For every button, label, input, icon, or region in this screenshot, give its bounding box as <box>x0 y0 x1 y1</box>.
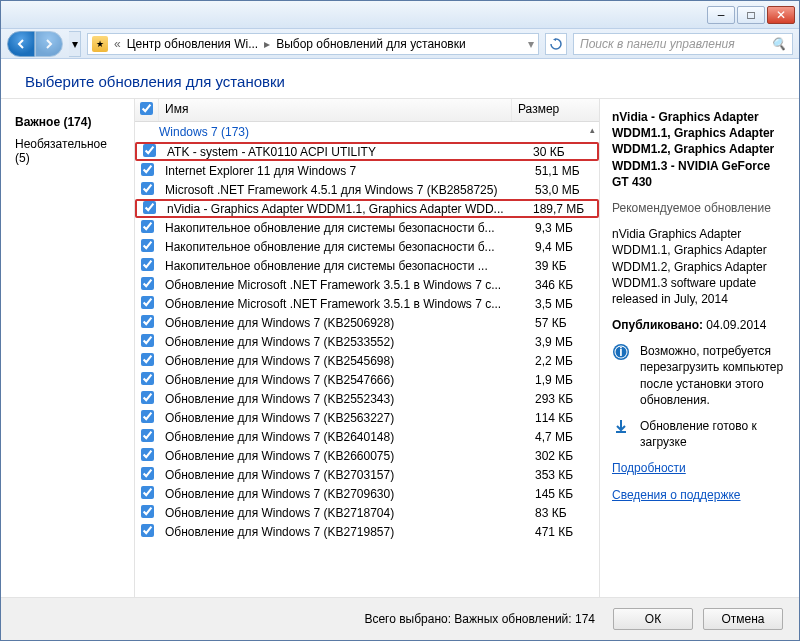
breadcrumb-part[interactable]: Выбор обновлений для установки <box>276 37 466 51</box>
search-input[interactable]: Поиск в панели управления 🔍 <box>573 33 793 55</box>
row-size: 346 КБ <box>529 278 599 292</box>
row-checkbox[interactable] <box>135 448 159 464</box>
breadcrumb-sep-icon: ▸ <box>264 37 270 51</box>
sidebar-item-important[interactable]: Важное (174) <box>1 111 134 133</box>
row-checkbox[interactable] <box>135 258 159 274</box>
download-icon <box>612 418 632 450</box>
row-name: Обновление для Windows 7 (KB2660075) <box>159 449 529 463</box>
page-title: Выберите обновления для установки <box>1 59 799 98</box>
group-header[interactable]: Windows 7 (173) <box>135 122 599 142</box>
refresh-button[interactable] <box>545 33 567 55</box>
row-name: Internet Explorer 11 для Windows 7 <box>159 164 529 178</box>
column-header-size[interactable]: Размер <box>512 99 582 121</box>
breadcrumb-sep-icon: « <box>114 37 121 51</box>
titlebar: – □ ✕ <box>1 1 799 29</box>
table-row[interactable]: Обновление для Windows 7 (KB2563227)114 … <box>135 408 599 427</box>
table-row[interactable]: Накопительное обновление для системы без… <box>135 218 599 237</box>
row-size: 30 КБ <box>527 145 597 159</box>
ok-button[interactable]: ОК <box>613 608 693 630</box>
row-checkbox[interactable] <box>137 144 161 160</box>
details-description: nVidia Graphics Adapter WDDM1.1, Graphic… <box>612 226 787 307</box>
table-row[interactable]: Internet Explorer 11 для Windows 751,1 М… <box>135 161 599 180</box>
table-row[interactable]: Накопительное обновление для системы без… <box>135 256 599 275</box>
back-button[interactable] <box>7 31 35 57</box>
row-name: Обновление для Windows 7 (KB2552343) <box>159 392 529 406</box>
row-size: 471 КБ <box>529 525 599 539</box>
row-checkbox[interactable] <box>135 353 159 369</box>
table-row[interactable]: Обновление для Windows 7 (KB2719857)471 … <box>135 522 599 541</box>
forward-button[interactable] <box>35 31 63 57</box>
row-name: Обновление для Windows 7 (KB2703157) <box>159 468 529 482</box>
table-row[interactable]: Обновление для Windows 7 (KB2660075)302 … <box>135 446 599 465</box>
row-size: 83 КБ <box>529 506 599 520</box>
details-link-more[interactable]: Подробности <box>612 460 787 476</box>
row-checkbox[interactable] <box>135 163 159 179</box>
row-size: 293 КБ <box>529 392 599 406</box>
row-name: Обновление для Windows 7 (KB2640148) <box>159 430 529 444</box>
row-size: 189,7 МБ <box>527 202 597 216</box>
row-name: Накопительное обновление для системы без… <box>159 221 529 235</box>
table-row[interactable]: Обновление Microsoft .NET Framework 3.5.… <box>135 294 599 313</box>
row-name: Обновление для Windows 7 (KB2718704) <box>159 506 529 520</box>
row-checkbox[interactable] <box>135 486 159 502</box>
search-icon: 🔍 <box>771 37 786 51</box>
nav-toolbar: ▾ ★ « Центр обновления Wi... ▸ Выбор обн… <box>1 29 799 59</box>
row-size: 3,5 МБ <box>529 297 599 311</box>
row-checkbox[interactable] <box>135 239 159 255</box>
table-row[interactable]: Обновление для Windows 7 (KB2545698)2,2 … <box>135 351 599 370</box>
row-name: Обновление для Windows 7 (KB2545698) <box>159 354 529 368</box>
table-row[interactable]: Обновление для Windows 7 (KB2506928)57 К… <box>135 313 599 332</box>
table-row[interactable]: Обновление для Windows 7 (KB2547666)1,9 … <box>135 370 599 389</box>
table-row[interactable]: nVidia - Graphics Adapter WDDM1.1, Graph… <box>135 199 599 218</box>
details-warning: i Возможно, потребуется перезагрузить ко… <box>612 343 787 408</box>
nav-history-dropdown[interactable]: ▾ <box>69 31 81 57</box>
row-checkbox[interactable] <box>135 315 159 331</box>
row-name: Накопительное обновление для системы без… <box>159 240 529 254</box>
row-checkbox[interactable] <box>135 429 159 445</box>
list-body[interactable]: Windows 7 (173) ATK - system - ATK0110 A… <box>135 122 599 597</box>
breadcrumb-part[interactable]: Центр обновления Wi... <box>127 37 258 51</box>
address-bar[interactable]: ★ « Центр обновления Wi... ▸ Выбор обнов… <box>87 33 539 55</box>
row-checkbox[interactable] <box>135 410 159 426</box>
cancel-button[interactable]: Отмена <box>703 608 783 630</box>
row-size: 9,3 МБ <box>529 221 599 235</box>
row-name: Обновление для Windows 7 (KB2506928) <box>159 316 529 330</box>
details-link-support[interactable]: Сведения о поддержке <box>612 487 787 503</box>
sidebar-item-optional[interactable]: Необязательное (5) <box>1 133 134 169</box>
svg-text:i: i <box>619 345 622 359</box>
close-button[interactable]: ✕ <box>767 6 795 24</box>
row-checkbox[interactable] <box>137 201 161 217</box>
row-checkbox[interactable] <box>135 334 159 350</box>
minimize-button[interactable]: – <box>707 6 735 24</box>
table-row[interactable]: Обновление Microsoft .NET Framework 3.5.… <box>135 275 599 294</box>
table-row[interactable]: Обновление для Windows 7 (KB2703157)353 … <box>135 465 599 484</box>
row-checkbox[interactable] <box>135 296 159 312</box>
row-checkbox[interactable] <box>135 277 159 293</box>
row-checkbox[interactable] <box>135 505 159 521</box>
window-root: – □ ✕ ▾ ★ « Центр обновления Wi... ▸ Выб… <box>0 0 800 641</box>
table-row[interactable]: Обновление для Windows 7 (KB2640148)4,7 … <box>135 427 599 446</box>
row-checkbox[interactable] <box>135 182 159 198</box>
table-row[interactable]: Microsoft .NET Framework 4.5.1 для Windo… <box>135 180 599 199</box>
details-title: nVidia - Graphics Adapter WDDM1.1, Graph… <box>612 109 787 190</box>
row-size: 1,9 МБ <box>529 373 599 387</box>
table-row[interactable]: Обновление для Windows 7 (KB2709630)145 … <box>135 484 599 503</box>
table-row[interactable]: Обновление для Windows 7 (KB2718704)83 К… <box>135 503 599 522</box>
row-checkbox[interactable] <box>135 220 159 236</box>
table-row[interactable]: ATK - system - ATK0110 ACPI UTILITY30 КБ <box>135 142 599 161</box>
details-ready: Обновление готово к загрузке <box>612 418 787 450</box>
row-name: Обновление Microsoft .NET Framework 3.5.… <box>159 297 529 311</box>
select-all-checkbox[interactable] <box>135 99 159 121</box>
row-name: Обновление для Windows 7 (KB2547666) <box>159 373 529 387</box>
table-row[interactable]: Обновление для Windows 7 (KB2533552)3,9 … <box>135 332 599 351</box>
scroll-up-icon[interactable]: ▴ <box>590 125 595 135</box>
row-checkbox[interactable] <box>135 391 159 407</box>
table-row[interactable]: Накопительное обновление для системы без… <box>135 237 599 256</box>
column-header-name[interactable]: Имя <box>159 99 512 121</box>
row-checkbox[interactable] <box>135 524 159 540</box>
row-checkbox[interactable] <box>135 372 159 388</box>
footer-status: Всего выбрано: Важных обновлений: 174 <box>364 612 595 626</box>
maximize-button[interactable]: □ <box>737 6 765 24</box>
table-row[interactable]: Обновление для Windows 7 (KB2552343)293 … <box>135 389 599 408</box>
row-checkbox[interactable] <box>135 467 159 483</box>
